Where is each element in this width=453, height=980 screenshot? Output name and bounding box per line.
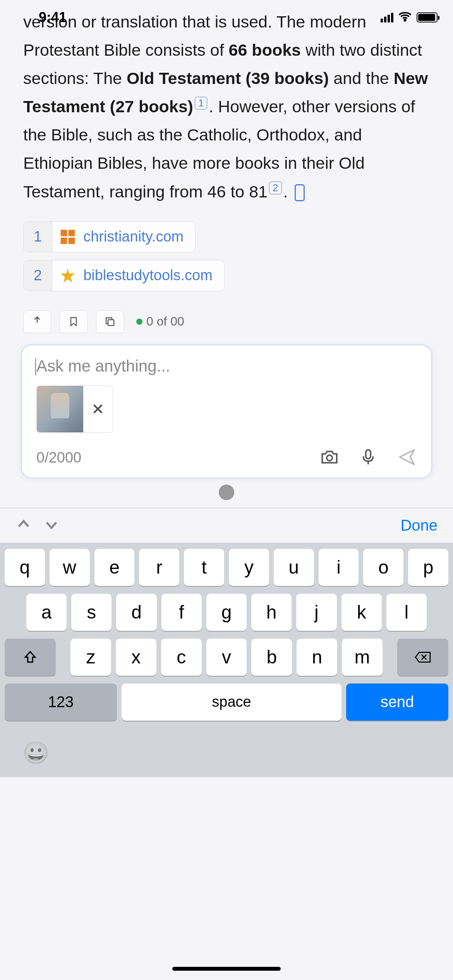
keyboard-toolbar: Done <box>0 508 453 543</box>
svg-rect-3 <box>61 237 67 244</box>
text-cursor <box>35 358 36 375</box>
key-p[interactable]: p <box>408 549 448 586</box>
key-v[interactable]: v <box>206 639 247 676</box>
share-button[interactable] <box>23 310 51 333</box>
source-favicon-icon <box>59 228 76 245</box>
svg-rect-1 <box>61 230 67 236</box>
citation-2[interactable]: 2 <box>269 182 281 194</box>
key-y[interactable]: y <box>229 549 269 586</box>
key-w[interactable]: w <box>50 549 90 586</box>
key-n[interactable]: n <box>297 639 337 676</box>
chat-input[interactable]: Ask me anything... <box>36 357 417 375</box>
input-placeholder: Ask me anything... <box>36 357 170 375</box>
text-segment: . <box>283 182 288 201</box>
home-indicator[interactable] <box>172 967 281 971</box>
svg-point-0 <box>404 19 406 21</box>
shift-key[interactable] <box>5 639 56 676</box>
source-chip-2[interactable]: 2 biblestudytools.com <box>23 260 225 291</box>
status-dot-icon <box>136 319 142 325</box>
svg-marker-5 <box>61 268 75 283</box>
key-u[interactable]: u <box>274 549 314 586</box>
send-button[interactable] <box>397 447 417 468</box>
source-number: 2 <box>24 260 52 291</box>
text-bold: Old Testament (39 books) <box>127 69 329 87</box>
keyboard: qwertyuiop asdfghjkl zxcvbnm 123 space s… <box>0 543 453 777</box>
key-r[interactable]: r <box>139 549 179 586</box>
response-text: version or translation that is used. The… <box>0 8 453 206</box>
key-l[interactable]: l <box>386 594 427 631</box>
attachment-thumbnail <box>37 386 83 432</box>
backspace-key[interactable] <box>397 639 448 676</box>
bookmark-button[interactable] <box>60 310 88 333</box>
text-cursor-marker <box>295 184 305 201</box>
key-m[interactable]: m <box>342 639 383 676</box>
keyboard-send-key[interactable]: send <box>346 684 448 721</box>
key-a[interactable]: a <box>26 594 67 631</box>
svg-point-7 <box>327 455 333 461</box>
source-domain: christianity.com <box>83 228 195 245</box>
keyboard-done-button[interactable]: Done <box>400 517 438 534</box>
wifi-icon <box>398 10 412 25</box>
chat-input-container[interactable]: Ask me anything... ✕ 0/2000 <box>21 344 432 478</box>
key-z[interactable]: z <box>70 639 111 676</box>
key-j[interactable]: j <box>296 594 336 631</box>
source-favicon-icon <box>59 267 76 284</box>
remove-attachment-button[interactable]: ✕ <box>83 386 113 432</box>
svg-rect-8 <box>366 450 371 459</box>
battery-icon <box>417 12 438 22</box>
cellular-signal-icon <box>381 13 393 22</box>
keyboard-next-button[interactable] <box>43 516 60 534</box>
key-d[interactable]: d <box>116 594 156 631</box>
numbers-key[interactable]: 123 <box>5 684 117 721</box>
key-k[interactable]: k <box>341 594 382 631</box>
status-time: 9:41 <box>39 9 67 26</box>
key-c[interactable]: c <box>161 639 202 676</box>
text-segment: and the <box>329 69 393 87</box>
svg-rect-4 <box>69 237 75 244</box>
emoji-button[interactable]: 😀 <box>22 740 431 766</box>
character-counter: 0/2000 <box>36 449 81 466</box>
key-h[interactable]: h <box>251 594 292 631</box>
sources-list: 1 christianity.com 2 biblestudytools.com <box>0 206 453 307</box>
key-o[interactable]: o <box>363 549 403 586</box>
key-q[interactable]: q <box>5 549 45 586</box>
key-t[interactable]: t <box>184 549 224 586</box>
camera-button[interactable] <box>320 447 339 468</box>
key-f[interactable]: f <box>161 594 202 631</box>
key-s[interactable]: s <box>71 594 112 631</box>
svg-rect-2 <box>69 230 75 236</box>
source-domain: biblestudytools.com <box>83 267 224 284</box>
status-indicators <box>381 10 438 25</box>
key-g[interactable]: g <box>206 594 247 631</box>
source-chip-1[interactable]: 1 christianity.com <box>23 221 196 252</box>
drag-handle-icon[interactable] <box>219 485 234 500</box>
image-attachment[interactable]: ✕ <box>36 385 113 433</box>
microphone-button[interactable] <box>359 447 378 468</box>
text-bold: 66 books <box>229 41 301 59</box>
keyboard-prev-button[interactable] <box>15 516 32 534</box>
citation-1[interactable]: 1 <box>195 97 207 110</box>
svg-rect-6 <box>108 320 114 326</box>
source-number: 1 <box>24 222 52 252</box>
key-b[interactable]: b <box>251 639 292 676</box>
pagination-indicator: 0 of 00 <box>136 314 184 329</box>
copy-button[interactable] <box>96 310 124 333</box>
space-key[interactable]: space <box>122 684 341 721</box>
pagination-text: 0 of 00 <box>146 314 184 329</box>
key-x[interactable]: x <box>116 639 156 676</box>
status-bar: 9:41 <box>0 0 453 35</box>
response-toolbar: 0 of 00 <box>0 310 453 333</box>
key-i[interactable]: i <box>319 549 359 586</box>
key-e[interactable]: e <box>94 549 135 586</box>
